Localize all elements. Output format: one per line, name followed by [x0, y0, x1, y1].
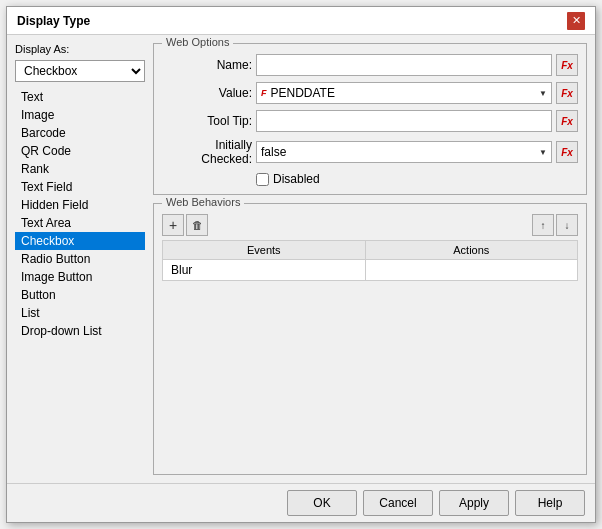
display-as-dropdown[interactable]: Checkbox [15, 60, 145, 82]
ok-button[interactable]: OK [287, 490, 357, 516]
flag-icon: F [261, 88, 267, 98]
list-item[interactable]: Text Field [15, 178, 145, 196]
initially-checked-arrow: ▼ [539, 148, 547, 157]
name-label: Name: [162, 58, 252, 72]
delete-behavior-button[interactable]: 🗑 [186, 214, 208, 236]
list-item[interactable]: Text [15, 88, 145, 106]
tooltip-row: Tool Tip: Fx [162, 110, 578, 132]
web-options-group: Web Options Name: Fx Value: F [153, 43, 587, 195]
delete-icon: 🗑 [192, 219, 203, 231]
web-options-legend: Web Options [162, 36, 233, 48]
list-item[interactable]: QR Code [15, 142, 145, 160]
value-fx-button[interactable]: Fx [556, 82, 578, 104]
tooltip-input[interactable] [256, 110, 552, 132]
behaviors-table: Events Actions Blur [162, 240, 578, 281]
right-panel: Web Options Name: Fx Value: F [153, 43, 587, 475]
name-fx-button[interactable]: Fx [556, 54, 578, 76]
list-item[interactable]: Radio Button [15, 250, 145, 268]
close-button[interactable]: ✕ [567, 12, 585, 30]
list-item[interactable]: Checkbox [15, 232, 145, 250]
cancel-button[interactable]: Cancel [363, 490, 433, 516]
move-down-button[interactable]: ↓ [556, 214, 578, 236]
events-header: Events [163, 241, 366, 260]
list-item[interactable]: Barcode [15, 124, 145, 142]
display-type-dialog: Display Type ✕ Display As: Checkbox Text… [6, 6, 596, 523]
value-dropdown[interactable]: F PENDDATE ▼ [256, 82, 552, 104]
display-type-list: TextImageBarcodeQR CodeRankText FieldHid… [15, 88, 145, 340]
value-label: Value: [162, 86, 252, 100]
dialog-footer: OK Cancel Apply Help [7, 483, 595, 522]
list-item[interactable]: Rank [15, 160, 145, 178]
behavior-action [365, 260, 577, 281]
left-panel: Display As: Checkbox TextImageBarcodeQR … [15, 43, 145, 475]
list-item[interactable]: Button [15, 286, 145, 304]
dialog-title: Display Type [17, 14, 90, 28]
behavior-event: Blur [163, 260, 366, 281]
initially-checked-fx-button[interactable]: Fx [556, 141, 578, 163]
name-row: Name: Fx [162, 54, 578, 76]
value-row: Value: F PENDDATE ▼ Fx [162, 82, 578, 104]
actions-header: Actions [365, 241, 577, 260]
initially-checked-value: false [261, 145, 286, 159]
behaviors-toolbar: + 🗑 ↑ ↓ [162, 214, 578, 236]
dialog-body: Display As: Checkbox TextImageBarcodeQR … [7, 35, 595, 483]
value-dropdown-arrow: ▼ [539, 89, 547, 98]
value-text: PENDDATE [271, 86, 335, 100]
display-as-label: Display As: [15, 43, 145, 55]
move-up-button[interactable]: ↑ [532, 214, 554, 236]
help-button[interactable]: Help [515, 490, 585, 516]
list-item[interactable]: Image Button [15, 268, 145, 286]
list-item[interactable]: Drop-down List [15, 322, 145, 340]
name-input[interactable] [256, 54, 552, 76]
disabled-row: Disabled [256, 172, 578, 186]
list-item[interactable]: Image [15, 106, 145, 124]
add-behavior-button[interactable]: + [162, 214, 184, 236]
tooltip-label: Tool Tip: [162, 114, 252, 128]
web-behaviors-group: Web Behaviors + 🗑 ↑ ↓ [153, 203, 587, 475]
list-item[interactable]: Hidden Field [15, 196, 145, 214]
disabled-checkbox[interactable] [256, 173, 269, 186]
web-options-content: Name: Fx Value: F PENDDATE ▼ [162, 54, 578, 186]
initially-checked-dropdown[interactable]: false ▼ [256, 141, 552, 163]
list-item[interactable]: Text Area [15, 214, 145, 232]
disabled-label: Disabled [273, 172, 320, 186]
apply-button[interactable]: Apply [439, 490, 509, 516]
initially-checked-row: Initially Checked: false ▼ Fx [162, 138, 578, 166]
title-bar: Display Type ✕ [7, 7, 595, 35]
initially-checked-label: Initially Checked: [162, 138, 252, 166]
tooltip-fx-button[interactable]: Fx [556, 110, 578, 132]
behavior-row: Blur [163, 260, 578, 281]
web-behaviors-legend: Web Behaviors [162, 196, 244, 208]
list-item[interactable]: List [15, 304, 145, 322]
